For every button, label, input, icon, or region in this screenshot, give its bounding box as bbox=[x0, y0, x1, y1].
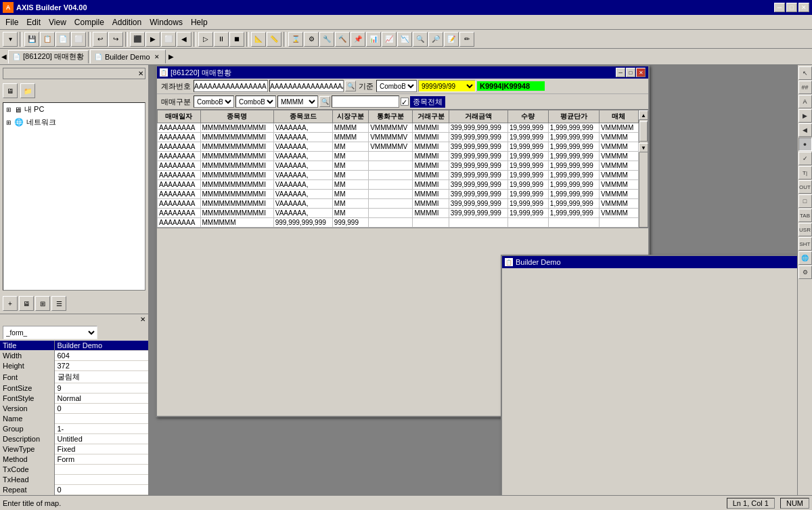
tree-expand-pc[interactable]: ⊞ bbox=[6, 106, 12, 113]
toolbar-btn-9[interactable]: ⬜ bbox=[161, 32, 176, 47]
toolbar-btn-3[interactable]: 📄 bbox=[55, 32, 70, 47]
right-btn-check[interactable]: ✓ bbox=[798, 152, 812, 165]
toolbar-btn-15[interactable]: 📏 bbox=[267, 32, 281, 47]
scroll-down[interactable]: ▼ bbox=[639, 143, 648, 152]
right-btn-sht[interactable]: SHT bbox=[798, 237, 812, 251]
toolbar-btn-save[interactable]: 💾 bbox=[24, 32, 39, 47]
toolbar-btn-4[interactable]: ⬜ bbox=[71, 32, 86, 47]
tab-maemae[interactable]: 📄 [861220] 매매현황 bbox=[8, 50, 89, 64]
trade-input[interactable] bbox=[332, 95, 399, 108]
right-btn-stop[interactable]: ◀ bbox=[798, 123, 812, 137]
menu-view[interactable]: View bbox=[45, 16, 70, 28]
toolbar-btn-8[interactable]: ▶ bbox=[145, 32, 160, 47]
toolbar-btn-14[interactable]: 📐 bbox=[251, 32, 266, 47]
menu-windows[interactable]: Windows bbox=[145, 16, 187, 28]
toolbar-btn-22[interactable]: 📈 bbox=[382, 32, 397, 47]
panel-pc-btn[interactable]: 🖥 bbox=[19, 296, 34, 311]
right-btn-box[interactable]: □ bbox=[798, 194, 812, 208]
toolbar-btn-21[interactable]: 📊 bbox=[366, 32, 381, 47]
maemae-close-btn[interactable]: ✕ bbox=[636, 68, 646, 77]
base-combo[interactable]: ComboBt bbox=[376, 80, 417, 92]
tab-builder-close[interactable]: ✕ bbox=[153, 53, 161, 61]
panel-close-btn[interactable]: ✕ bbox=[138, 70, 143, 77]
acct-input-2[interactable] bbox=[269, 80, 344, 92]
menu-file[interactable]: File bbox=[1, 16, 22, 28]
panel-btn-1[interactable]: 🖥 bbox=[3, 83, 18, 98]
minimize-button[interactable]: ─ bbox=[774, 3, 785, 12]
props-key-10: ViewType bbox=[0, 444, 54, 454]
close-button[interactable]: ✕ bbox=[798, 3, 809, 12]
maemae-window-buttons: ─ □ ✕ bbox=[616, 68, 646, 77]
toolbar-btn-6[interactable]: ↪ bbox=[108, 32, 123, 47]
props-object-select[interactable]: _form_ bbox=[3, 326, 97, 339]
right-btn-grid[interactable]: ## bbox=[798, 81, 812, 94]
toolbar-btn-20[interactable]: 📌 bbox=[351, 32, 365, 47]
trade-combo3[interactable]: MMMM bbox=[277, 95, 318, 108]
cell-0-9: VMMMMM bbox=[599, 123, 638, 133]
toolbar-btn-23[interactable]: 📉 bbox=[397, 32, 412, 47]
toolbar-btn-26[interactable]: 📝 bbox=[444, 32, 459, 47]
acct-search-btn[interactable]: 🔍 bbox=[345, 81, 356, 91]
toolbar-btn-16[interactable]: ⌛ bbox=[288, 32, 303, 47]
trade-search-btn[interactable]: 🔍 bbox=[319, 96, 330, 107]
right-btn-usr[interactable]: USR bbox=[798, 223, 812, 236]
tab-left-arrow[interactable]: ◀ bbox=[0, 51, 8, 62]
trade-combo1[interactable]: ComboBt bbox=[194, 95, 234, 108]
tree-item-network[interactable]: ⊞ 🌐 네트워크 bbox=[3, 116, 145, 129]
tree-item-pc[interactable]: ⊞ 🖥 내 PC bbox=[3, 103, 145, 116]
right-btn-settings[interactable]: ⚙ bbox=[798, 265, 812, 279]
props-close-btn[interactable]: ✕ bbox=[140, 316, 145, 323]
status-position: Ln 1, Col 1 bbox=[727, 498, 775, 509]
toolbar-btn-19[interactable]: 🔨 bbox=[335, 32, 350, 47]
checkbox[interactable]: ✓ bbox=[401, 98, 409, 106]
maemae-maximize-btn[interactable]: □ bbox=[626, 68, 635, 77]
tab-builder[interactable]: 📄 Builder Demo ✕ bbox=[90, 49, 166, 64]
toolbar-btn-7[interactable]: ⬛ bbox=[130, 32, 145, 47]
toolbar-btn-13[interactable]: ⏹ bbox=[229, 32, 244, 47]
right-btn-circle[interactable]: ● bbox=[798, 137, 812, 151]
props-val-0[interactable]: Builder Demo bbox=[54, 341, 148, 351]
panel-btn-2[interactable]: 📁 bbox=[20, 83, 35, 98]
toolbar-btn-5[interactable]: ↩ bbox=[93, 32, 108, 47]
cell-4-1: MMMMMMMMMMMI bbox=[200, 161, 273, 171]
date-combo[interactable]: 9999/99/99 bbox=[418, 80, 476, 92]
right-btn-type[interactable]: T| bbox=[798, 166, 812, 179]
maemae-minimize-btn[interactable]: ─ bbox=[616, 68, 625, 77]
toolbar-btn-27[interactable]: ✏ bbox=[459, 32, 474, 47]
right-btn-out[interactable]: OUT bbox=[798, 180, 812, 194]
toolbar-btn-10[interactable]: ◀ bbox=[177, 32, 191, 47]
right-btn-cursor[interactable]: ↖ bbox=[798, 66, 812, 80]
right-btn-tab[interactable]: TAB bbox=[798, 209, 812, 222]
toolbar-btn-11[interactable]: ▷ bbox=[198, 32, 213, 47]
menu-addition[interactable]: Addition bbox=[108, 16, 145, 28]
toolbar-btn-1[interactable]: ▾ bbox=[3, 32, 18, 47]
props-row-2: Height372 bbox=[0, 361, 148, 371]
tree-expand-network[interactable]: ⊞ bbox=[6, 119, 12, 126]
menu-help[interactable]: Help bbox=[187, 16, 212, 28]
menu-edit[interactable]: Edit bbox=[22, 16, 45, 28]
right-btn-globe[interactable]: 🌐 bbox=[798, 251, 812, 265]
right-btn-text[interactable]: A bbox=[798, 95, 812, 108]
table-scrollbar[interactable]: ▲ ▼ bbox=[639, 110, 648, 228]
toolbar-btn-12[interactable]: ⏸ bbox=[214, 32, 229, 47]
props-scroll-area[interactable]: TitleBuilder DemoWidth604Height372Font굴림… bbox=[0, 341, 148, 495]
panel-add-btn[interactable]: + bbox=[3, 296, 18, 311]
acct-input-1[interactable] bbox=[194, 80, 268, 92]
scroll-up[interactable]: ▲ bbox=[639, 110, 648, 120]
tree-view[interactable]: ⊞ 🖥 내 PC ⊞ 🌐 네트워크 bbox=[3, 102, 145, 291]
panel-grid-btn[interactable]: ⊞ bbox=[35, 296, 50, 311]
panel-list-btn[interactable]: ☰ bbox=[51, 296, 66, 311]
toolbar-btn-2[interactable]: 📋 bbox=[40, 32, 55, 47]
cell-1-5: MMMMI bbox=[413, 133, 449, 142]
right-btn-play[interactable]: ▶ bbox=[798, 109, 812, 123]
maximize-button[interactable]: □ bbox=[786, 3, 797, 12]
toolbar-btn-24[interactable]: 🔍 bbox=[413, 32, 428, 47]
scroll-thumb[interactable] bbox=[639, 121, 648, 142]
menu-compile[interactable]: Compile bbox=[70, 16, 108, 28]
toolbar-btn-18[interactable]: 🔧 bbox=[319, 32, 334, 47]
data-table-scroll[interactable]: 매매일자종목명종목코드시장구분통화구분거래구분거래금액수량평균단가매체 AAAA… bbox=[157, 110, 639, 228]
toolbar-btn-17[interactable]: ⚙ bbox=[304, 32, 319, 47]
trade-combo2[interactable]: ComboBt bbox=[235, 95, 276, 108]
toolbar-btn-25[interactable]: 🔎 bbox=[428, 32, 443, 47]
tab-right-arrow[interactable]: ▶ bbox=[167, 51, 175, 62]
